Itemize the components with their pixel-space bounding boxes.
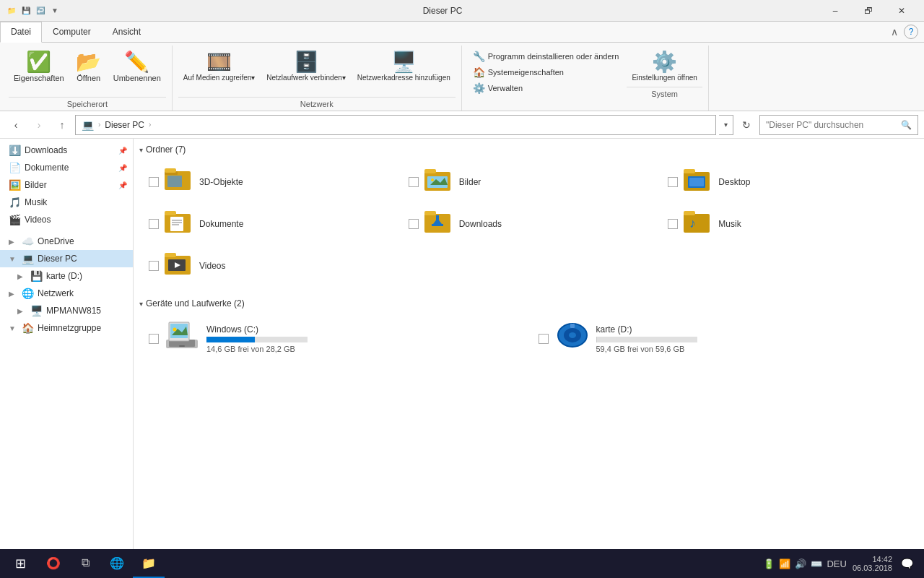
forward-button[interactable]: ›	[29, 115, 49, 135]
folder-item-downloads[interactable]: Downloads	[399, 203, 659, 245]
folder-item-desktop[interactable]: Desktop	[658, 160, 918, 203]
sidebar-item-downloads[interactable]: ⬇️ Downloads 📌	[0, 142, 133, 159]
svg-rect-14	[165, 211, 176, 215]
maximize-button[interactable]: 🗗	[852, 0, 885, 22]
mpmanw815-expand: ▶	[17, 307, 26, 315]
sidebar-item-dieserpc[interactable]: ▼ 💻 Dieser PC	[0, 250, 133, 267]
save-icon[interactable]: 💾	[20, 5, 32, 17]
netzwerkadresse-label: Netzwerkadresse hinzufügen	[357, 74, 450, 82]
systemeigenschaften-button[interactable]: 🏠 Systemeigenschaften	[468, 64, 624, 80]
netzlaufwerk-icon: 🗄️	[294, 52, 319, 72]
tab-ansicht[interactable]: Ansicht	[102, 22, 152, 43]
close-button[interactable]: ✕	[885, 0, 918, 22]
netzlaufwerk-button[interactable]: 🗄️ Netzlaufwerk verbinden▾	[261, 48, 351, 85]
undo-icon[interactable]: ↩️	[35, 5, 46, 17]
einstellungen-icon: ⚙️	[652, 52, 677, 72]
refresh-button[interactable]: ↻	[736, 115, 757, 135]
sidebar-item-dokumente[interactable]: 📄 Dokumente 📌	[0, 159, 133, 176]
deinstallieren-button[interactable]: 🔧 Programm deinstallieren oder ändern	[468, 48, 624, 64]
folder-check-videos[interactable]	[149, 261, 159, 271]
search-box[interactable]: 🔍	[759, 115, 918, 135]
dokumente-icon: 📄	[9, 162, 20, 173]
tab-computer[interactable]: Computer	[42, 22, 102, 43]
deinstallieren-icon: 🔧	[473, 51, 485, 62]
ribbon-group-speicherort: ✅ Eigenschaften 📂 Öffnen ✏️ Umbenennen S…	[3, 46, 173, 111]
folder-check-desktop[interactable]	[668, 177, 678, 187]
drives-section-header[interactable]: ▾ Geräte und Laufwerke (2)	[139, 298, 918, 309]
sidebar-item-videos[interactable]: 🎬 Videos	[0, 211, 133, 228]
sidebar-heimnetzgruppe-label: Heimnetzgruppe	[38, 323, 127, 333]
netzwerk-group-label: Netzwerk	[178, 97, 456, 111]
oeffnen-icon: 📂	[76, 52, 101, 72]
sidebar-netzwerk-label: Netzwerk	[38, 288, 127, 298]
taskbar-taskview-button[interactable]: ⧉	[69, 549, 101, 578]
keyboard-icon: ⌨️	[811, 558, 822, 569]
sidebar-videos-label: Videos	[25, 215, 127, 225]
svg-point-8	[431, 178, 434, 181]
quick-access-arrow[interactable]: ▼	[49, 5, 61, 17]
medien-button[interactable]: 🎞️ Auf Medien zugreifen▾	[178, 48, 261, 85]
netzwerkadresse-button[interactable]: 🖥️ Netzwerkadresse hinzufügen	[352, 48, 456, 85]
address-input[interactable]: 💻 › Dieser PC ›	[75, 115, 716, 135]
folder-item-videos[interactable]: Videos	[139, 245, 399, 287]
minimize-button[interactable]: –	[819, 0, 852, 22]
sidebar-musik-label: Musik	[25, 197, 127, 207]
windows-c-icon	[165, 319, 201, 358]
tab-datei[interactable]: Datei	[0, 22, 42, 43]
einstellungen-button[interactable]: ⚙️ Einstellungen öffnen	[627, 48, 702, 85]
sidebar-item-musik[interactable]: 🎵 Musik	[0, 194, 133, 211]
search-input[interactable]	[766, 120, 898, 130]
folder-icon-musik: ♪	[684, 208, 712, 240]
svg-rect-24	[684, 214, 710, 233]
drive-check-c[interactable]	[149, 334, 159, 344]
taskbar-clock[interactable]: 14:42 06.03.2018	[853, 555, 892, 572]
folder-check-dokumente[interactable]	[149, 219, 159, 229]
folder-check-bilder[interactable]	[409, 177, 419, 187]
folders-section-header[interactable]: ▾ Ordner (7)	[139, 144, 918, 155]
folder-item-bilder[interactable]: Bilder	[399, 160, 659, 203]
ribbon-help-button[interactable]: ?	[904, 25, 918, 39]
sidebar-item-mpmanw815[interactable]: ▶ 🖥️ MPMANW815	[0, 302, 133, 319]
up-button[interactable]: ↑	[52, 115, 72, 135]
folder-item-musik[interactable]: ♪ Musik	[658, 203, 918, 245]
deinstallieren-label: Programm deinstallieren oder ändern	[488, 52, 619, 61]
drive-item-windows-c[interactable]: Windows (C:) 14,6 GB frei von 28,2 GB	[139, 314, 529, 363]
sidebar-item-karte[interactable]: ▶ 💾 karte (D:)	[0, 267, 133, 285]
verwalten-button[interactable]: ⚙️ Verwalten	[468, 80, 624, 96]
title-bar: 📁 💾 ↩️ ▼ Dieser PC – 🗗 ✕	[0, 0, 924, 22]
taskbar-edge-button[interactable]: 🌐	[101, 549, 133, 578]
sidebar-item-onedrive[interactable]: ▶ ☁️ OneDrive	[0, 233, 133, 250]
windows-c-info: Windows (C:) 14,6 GB frei von 28,2 GB	[206, 324, 308, 353]
folder-icon-desktop	[684, 166, 712, 198]
folder-name-downloads: Downloads	[459, 219, 502, 229]
drive-item-karte-d[interactable]: karte (D:) 59,4 GB frei von 59,6 GB	[529, 314, 919, 363]
sidebar-item-netzwerk[interactable]: ▶ 🌐 Netzwerk	[0, 285, 133, 302]
sidebar-item-bilder[interactable]: 🖼️ Bilder 📌	[0, 176, 133, 194]
taskbar-search-button[interactable]: ⭕	[38, 549, 69, 578]
windows-c-space: 14,6 GB frei von 28,2 GB	[206, 345, 308, 353]
back-button[interactable]: ‹	[6, 115, 26, 135]
notification-button[interactable]: 🗨️	[898, 549, 915, 578]
dieserpc-icon: 💻	[22, 253, 33, 264]
eigenschaften-button[interactable]: ✅ Eigenschaften	[9, 48, 69, 86]
umbenennen-button[interactable]: ✏️ Umbenennen	[108, 48, 166, 86]
oeffnen-button[interactable]: 📂 Öffnen	[71, 48, 107, 86]
folder-item-3dobjekte[interactable]: 3D-Objekte	[139, 160, 399, 203]
address-dropdown-button[interactable]: ▾	[719, 115, 733, 135]
breadcrumb-end-arrow: ›	[149, 121, 151, 129]
svg-rect-5	[424, 169, 436, 173]
window-title: Dieser PC	[66, 6, 819, 16]
folder-check-downloads[interactable]	[409, 219, 419, 229]
sidebar-item-heimnetzgruppe[interactable]: ▼ 🏠 Heimnetzgruppe	[0, 319, 133, 337]
start-button[interactable]: ⊞	[3, 549, 38, 578]
drive-check-d[interactable]	[539, 334, 549, 344]
folder-check-musik[interactable]	[668, 219, 678, 229]
folder-item-dokumente[interactable]: Dokumente	[139, 203, 399, 245]
folder-check-3dobjekte[interactable]	[149, 177, 159, 187]
ribbon-group-system: 🔧 Programm deinstallieren oder ändern 🏠 …	[462, 46, 709, 111]
taskbar-explorer-button[interactable]: 📁	[133, 549, 165, 578]
breadcrumb-arrow: ›	[98, 121, 100, 129]
ribbon-collapse-button[interactable]: ∧	[891, 26, 898, 38]
heimnetzgruppe-icon: 🏠	[22, 322, 33, 334]
oeffnen-label: Öffnen	[77, 74, 100, 82]
